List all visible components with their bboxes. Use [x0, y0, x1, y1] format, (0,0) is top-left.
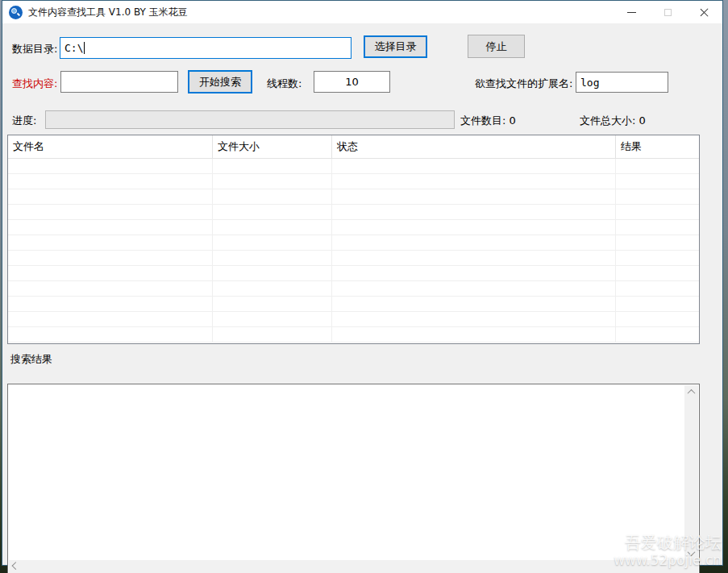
table-cell [213, 174, 332, 189]
client-area: 数据目录: C:\ 选择目录 停止 查找内容: 开始搜索 线程数: 10 欲查找… [2, 23, 722, 565]
table-cell [332, 174, 616, 189]
progress-bar [45, 110, 455, 129]
table-cell [213, 327, 332, 342]
minimize-button[interactable] [614, 1, 650, 23]
maximize-button[interactable] [650, 1, 686, 23]
table-row[interactable] [8, 266, 699, 281]
extension-label: 欲查找文件的扩展名: [475, 77, 572, 91]
table-body[interactable] [8, 159, 699, 343]
stop-button[interactable]: 停止 [468, 35, 525, 58]
table-cell [616, 281, 699, 296]
column-header[interactable]: 状态 [332, 135, 616, 158]
data-dir-label: 数据目录: [12, 42, 57, 56]
table-row[interactable] [8, 251, 699, 266]
results-label: 搜索结果 [10, 352, 52, 367]
table-cell [213, 312, 332, 326]
close-button[interactable] [686, 1, 722, 23]
table-row[interactable] [8, 159, 699, 174]
total-size-text: 文件总大小: 0 [580, 114, 646, 128]
table-row[interactable] [8, 220, 699, 235]
table-cell [8, 281, 213, 296]
table-cell [616, 266, 699, 280]
table-cell [616, 205, 699, 219]
table-cell [616, 159, 699, 173]
table-cell [332, 205, 616, 219]
table-cell [616, 297, 699, 311]
scroll-left-icon[interactable] [9, 560, 23, 573]
table-row[interactable] [8, 189, 699, 205]
horizontal-scrollbar[interactable] [9, 560, 684, 573]
vertical-scrollbar[interactable] [684, 385, 698, 560]
results-textarea[interactable] [7, 384, 700, 573]
table-cell [8, 220, 213, 235]
table-row[interactable] [8, 205, 699, 220]
table-cell [8, 266, 213, 280]
scrollbar-corner [684, 560, 698, 573]
table-row[interactable] [8, 174, 699, 189]
table-cell [8, 159, 213, 173]
table-row[interactable] [8, 281, 699, 297]
table-cell [332, 281, 616, 296]
progress-label: 进度: [12, 114, 36, 128]
threads-label: 线程数: [267, 77, 302, 91]
table-cell [332, 220, 616, 235]
table-cell [616, 235, 699, 250]
app-search-icon [9, 6, 23, 19]
column-header[interactable]: 文件大小 [213, 135, 332, 158]
search-content-label: 查找内容: [12, 77, 57, 91]
table-cell [616, 312, 699, 326]
start-search-button[interactable]: 开始搜索 [188, 70, 252, 93]
total-size-value: 0 [639, 114, 646, 127]
app-window: 文件内容查找工具 V1.0 BY 玉米花豆 数据目录: C:\ 选择目录 停止 … [2, 0, 723, 566]
table-cell [8, 174, 213, 189]
column-header[interactable]: 文件名 [8, 135, 213, 158]
threads-input[interactable]: 10 [314, 71, 390, 93]
scroll-down-icon[interactable] [684, 546, 698, 560]
table-cell [616, 174, 699, 189]
file-count-value: 0 [510, 114, 516, 127]
table-cell [332, 235, 616, 250]
file-list-table: 文件名文件大小状态结果 [7, 135, 700, 344]
table-row[interactable] [8, 297, 699, 312]
table-cell [616, 189, 699, 204]
table-row[interactable] [8, 235, 699, 251]
extension-input[interactable]: log [576, 72, 668, 93]
table-cell [616, 251, 699, 265]
data-dir-input[interactable]: C:\ [60, 37, 352, 59]
table-cell [213, 235, 332, 250]
table-row[interactable] [8, 327, 699, 343]
table-row[interactable] [8, 312, 699, 327]
table-cell [8, 297, 213, 311]
search-content-input[interactable] [60, 71, 178, 93]
choose-dir-button[interactable]: 选择目录 [364, 35, 427, 58]
table-cell [332, 251, 616, 265]
table-cell [332, 312, 616, 326]
table-cell [8, 189, 213, 204]
column-header[interactable]: 结果 [616, 135, 699, 158]
table-cell [332, 266, 616, 280]
title-bar[interactable]: 文件内容查找工具 V1.0 BY 玉米花豆 [2, 1, 722, 23]
table-cell [8, 205, 213, 219]
table-cell [8, 235, 213, 250]
table-cell [213, 266, 332, 280]
results-content [11, 387, 683, 558]
scroll-up-icon[interactable] [684, 385, 698, 399]
table-cell [8, 312, 213, 326]
minimize-icon [627, 12, 636, 13]
table-cell [332, 189, 616, 204]
table-cell [213, 251, 332, 265]
table-cell [213, 297, 332, 311]
table-cell [616, 220, 699, 235]
table-cell [616, 327, 699, 342]
table-cell [332, 297, 616, 311]
close-icon [700, 8, 709, 17]
file-count-text: 文件数目: 0 [460, 114, 516, 128]
table-cell [213, 189, 332, 204]
table-cell [332, 159, 616, 173]
table-cell [213, 220, 332, 235]
table-cell [213, 281, 332, 296]
table-cell [213, 159, 332, 173]
text-caret [84, 42, 85, 54]
table-cell [213, 205, 332, 219]
table-cell [8, 327, 213, 342]
